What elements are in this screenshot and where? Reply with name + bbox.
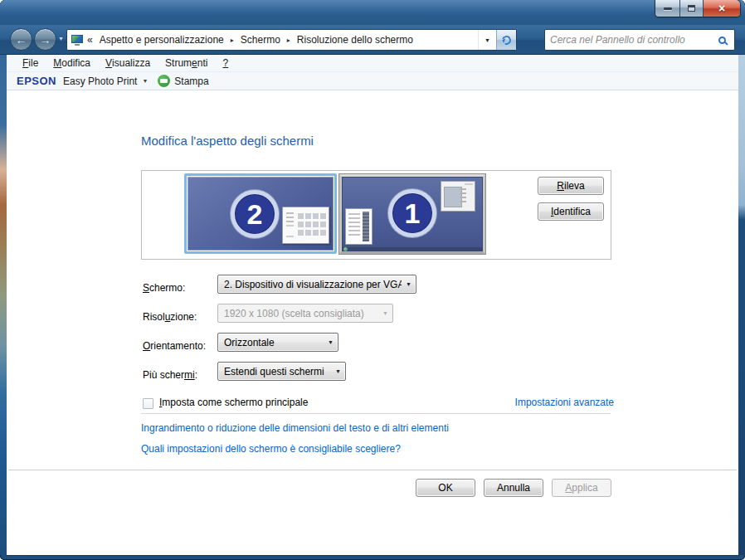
page-title: Modifica l'aspetto degli schermi [141, 134, 314, 148]
search-box [544, 29, 735, 51]
minimize-button[interactable] [655, 0, 680, 17]
title-bar: × [0, 0, 745, 25]
address-bar[interactable]: « Aspetto e personalizzazione ▸ Schermo … [66, 29, 517, 51]
monitor-1-screen: 1 [342, 177, 483, 251]
primary-display-checkbox[interactable] [143, 398, 153, 409]
minimize-icon [664, 7, 672, 10]
menu-help[interactable]: ? [215, 55, 236, 71]
window-controls: × [655, 0, 740, 17]
epson-app-button[interactable]: Easy Photo Print [63, 75, 137, 87]
search-icon[interactable] [718, 37, 726, 44]
monitor-1-badge: 1 [388, 189, 436, 237]
maximize-button[interactable] [680, 0, 704, 17]
breadcrumb-overflow-chevrons[interactable]: « [87, 34, 93, 46]
recent-pages-chevron-icon[interactable]: ▼ [58, 36, 64, 41]
chevron-down-icon: ▼ [324, 339, 338, 345]
piu-schermi-select[interactable]: Estendi questi schermi ▼ [217, 362, 346, 381]
breadcrumb-item-aspetto[interactable]: Aspetto e personalizzazione [98, 34, 226, 46]
menu-visualizza[interactable]: Visualizza [98, 55, 158, 71]
app-window-icon [441, 181, 475, 212]
navigation-bar: ← → ▼ « Aspetto e personalizzazione ▸ Sc… [0, 25, 745, 55]
separator [141, 413, 611, 414]
menu-file[interactable]: File [15, 55, 46, 71]
forward-arrow-icon: → [40, 34, 51, 46]
risoluzione-label: Risoluzione: [143, 307, 197, 326]
orientamento-label: Orientamento: [143, 336, 206, 355]
menu-modifica[interactable]: Modifica [46, 55, 98, 71]
ok-button[interactable]: OK [416, 479, 475, 497]
schermo-select[interactable]: 2. Dispositivo di visualizzazione per VG… [217, 275, 416, 294]
chevron-down-icon: ▼ [378, 310, 392, 316]
breadcrumb-item-schermo[interactable]: Schermo [239, 34, 282, 46]
which-settings-link[interactable]: Quali impostazioni dello schermo è consi… [141, 443, 401, 455]
window-right-border [738, 55, 745, 555]
monitor-1[interactable]: 1 [339, 174, 485, 254]
maximize-icon [688, 5, 695, 12]
search-input[interactable] [545, 32, 718, 48]
epson-logo: EPSON [17, 75, 56, 87]
start-orb-icon [343, 247, 348, 251]
chevron-down-icon: ▼ [402, 281, 416, 287]
scaling-link[interactable]: Ingrandimento o riduzione delle dimensio… [141, 422, 449, 434]
chevron-down-icon[interactable]: ▼ [142, 78, 148, 84]
menu-strumenti[interactable]: Strumenti [158, 55, 215, 71]
breadcrumb-separator-icon[interactable]: ▸ [226, 37, 239, 44]
printer-icon [158, 75, 170, 87]
monitor-2-selected[interactable]: 2 [184, 173, 337, 254]
risoluzione-select: 1920 x 1080 (scelta consigliata) ▼ [217, 304, 393, 323]
primary-display-checkbox-label: Imposta come schermo principale [159, 397, 308, 408]
monitor-preview-frame: 2 1 [141, 170, 611, 260]
forward-button[interactable]: → [34, 28, 56, 51]
applica-button: Applica [552, 479, 611, 497]
piu-schermi-label: Più schermi: [143, 365, 197, 384]
monitor-2-screen: 2 [187, 177, 334, 251]
refresh-button[interactable] [496, 30, 516, 50]
stampa-button[interactable]: Stampa [174, 75, 208, 87]
identifica-button[interactable]: Identifica [538, 202, 604, 221]
menu-bar: File Modifica Visualizza Strumenti ? [7, 55, 738, 72]
calculator-window-icon [282, 207, 329, 244]
client-area: File Modifica Visualizza Strumenti ? EPS… [7, 55, 738, 555]
back-arrow-icon: ← [16, 34, 27, 46]
chevron-down-icon: ▼ [484, 37, 490, 43]
breadcrumb-item-risoluzione[interactable]: Risoluzione dello schermo [295, 34, 415, 46]
list-window-icon [345, 208, 372, 245]
rileva-button[interactable]: Rileva [538, 177, 604, 195]
window-left-border [0, 55, 7, 555]
page-content: Modifica l'aspetto degli schermi 2 1 [7, 90, 738, 555]
orientamento-select[interactable]: Orizzontale ▼ [217, 333, 338, 352]
annulla-button[interactable]: Annulla [484, 479, 543, 497]
display-icon [71, 35, 83, 46]
close-icon: × [718, 2, 725, 14]
epson-toolbar: EPSON Easy Photo Print ▼ Stampa [7, 72, 738, 90]
close-button[interactable]: × [704, 0, 740, 17]
impostazioni-avanzate-link[interactable]: Impostazioni avanzate [515, 397, 614, 408]
address-dropdown-button[interactable]: ▼ [478, 30, 496, 50]
breadcrumb-separator-icon[interactable]: ▸ [282, 37, 295, 44]
breadcrumb: « Aspetto e personalizzazione ▸ Schermo … [87, 34, 415, 46]
control-panel-window: × ← → ▼ « Aspetto e personalizzazione ▸ … [0, 0, 745, 560]
chevron-down-icon: ▼ [331, 368, 345, 374]
separator [8, 470, 737, 470]
refresh-icon [500, 34, 513, 46]
monitor-2-badge: 2 [231, 190, 279, 238]
taskbar-thumbnail [342, 247, 483, 251]
back-button[interactable]: ← [10, 28, 32, 51]
schermo-label: Schermo: [143, 278, 185, 297]
